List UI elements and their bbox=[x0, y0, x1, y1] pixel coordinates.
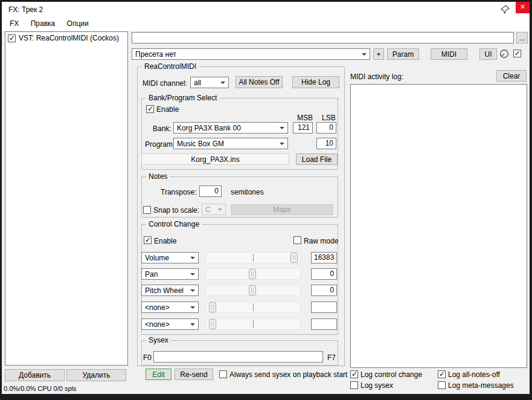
add-fx-button[interactable]: Добавить bbox=[5, 369, 65, 381]
bank-combo[interactable]: Korg PA3X Bank 00 bbox=[173, 122, 288, 134]
chevron-down-icon bbox=[190, 306, 195, 309]
preset-value: Пресета нет bbox=[135, 50, 176, 59]
program-value: Music Box GM bbox=[177, 140, 224, 148]
cc-select-combo[interactable]: Pan bbox=[141, 268, 199, 280]
menu-item-edit[interactable]: Правка bbox=[26, 18, 60, 30]
remove-fx-button[interactable]: Удалить bbox=[66, 369, 126, 381]
slider-handle[interactable] bbox=[249, 269, 256, 279]
cc-value: <none> bbox=[145, 303, 170, 312]
fx-comment-input[interactable] bbox=[132, 32, 514, 44]
raw-mode-checkbox[interactable] bbox=[293, 236, 301, 244]
control-change-title: Control Change bbox=[146, 220, 202, 228]
semitones-label: semitones bbox=[231, 188, 264, 196]
chevron-down-icon bbox=[217, 208, 222, 211]
fx-list-item[interactable]: VST: ReaControlMIDI (Cockos) bbox=[5, 32, 127, 44]
fx-list[interactable]: VST: ReaControlMIDI (Cockos) bbox=[5, 31, 128, 366]
cc-value-field[interactable]: 16383 bbox=[311, 252, 337, 263]
bank-value: Korg PA3X Bank 00 bbox=[177, 124, 241, 132]
midi-button[interactable]: MIDI bbox=[431, 48, 467, 60]
cc-slider[interactable] bbox=[205, 285, 301, 296]
cc-value-field[interactable]: 0 bbox=[311, 268, 337, 280]
cc-slider[interactable] bbox=[205, 252, 301, 263]
slider-handle[interactable] bbox=[249, 285, 256, 295]
cc-value-field[interactable] bbox=[311, 302, 337, 313]
cc-value: <none> bbox=[145, 320, 170, 329]
midi-channel-combo[interactable]: all bbox=[190, 77, 229, 88]
cpu-status: 0.0%/0.0% CPU 0/0 spls bbox=[4, 385, 76, 392]
chevron-down-icon bbox=[190, 257, 195, 259]
close-button[interactable]: × bbox=[516, 2, 530, 13]
cc-slider[interactable] bbox=[205, 302, 301, 313]
snap-to-scale-checkbox[interactable] bbox=[143, 206, 151, 214]
add-preset-button[interactable]: + bbox=[373, 48, 384, 60]
load-file-button[interactable]: Load File bbox=[296, 153, 338, 165]
wet-dry-knob-icon[interactable] bbox=[499, 49, 509, 59]
preset-combo[interactable]: Пресета нет bbox=[132, 48, 370, 60]
cc-select-combo[interactable]: Volume bbox=[141, 252, 199, 263]
cc-slider[interactable] bbox=[205, 318, 301, 330]
bank-msb-field[interactable]: 121 bbox=[293, 122, 313, 134]
fx-enable-checkbox[interactable] bbox=[8, 34, 16, 42]
log-all-notes-off-label: Log all-notes-off bbox=[448, 370, 500, 379]
bank-program-enable-label: Enable bbox=[156, 105, 179, 114]
always-send-sysex-checkbox[interactable] bbox=[219, 370, 227, 378]
fx-item-label: VST: ReaControlMIDI (Cockos) bbox=[19, 34, 119, 42]
param-button[interactable]: Param bbox=[387, 48, 419, 60]
log-control-change-label: Log control change bbox=[361, 370, 422, 379]
scale-root-value: C bbox=[205, 205, 211, 214]
fx-active-checkbox[interactable] bbox=[513, 50, 521, 57]
cc-select-combo[interactable]: <none> bbox=[141, 318, 199, 330]
cc-value-field[interactable]: 0 bbox=[311, 285, 337, 296]
chevron-down-icon bbox=[280, 143, 284, 145]
bank-label: Bank: bbox=[153, 124, 171, 133]
program-combo[interactable]: Music Box GM bbox=[173, 138, 288, 149]
pin-icon[interactable] bbox=[501, 5, 510, 15]
midi-activity-log-area[interactable] bbox=[350, 84, 527, 368]
sysex-field[interactable] bbox=[153, 351, 323, 363]
slider-handle[interactable] bbox=[209, 302, 216, 312]
program-label: Program: bbox=[145, 140, 175, 149]
log-all-notes-off-checkbox[interactable] bbox=[438, 370, 446, 378]
midi-channel-label: MIDI channel: bbox=[143, 79, 187, 88]
ui-button[interactable]: UI bbox=[479, 48, 497, 60]
chevron-down-icon bbox=[220, 82, 225, 84]
menubar: FX Правка Опции bbox=[2, 18, 530, 31]
program-number-field[interactable]: 10 bbox=[316, 138, 336, 149]
cc-value: Pitch Wheel bbox=[145, 286, 184, 295]
sysex-edit-button[interactable]: Edit bbox=[146, 369, 171, 380]
bank-program-enable-checkbox[interactable] bbox=[146, 105, 154, 113]
scale-root-combo[interactable]: C bbox=[202, 204, 226, 215]
midi-activity-log-label: MIDI activity log: bbox=[350, 73, 403, 81]
plugin-group-title: ReaControlMIDI bbox=[142, 62, 199, 71]
transpose-field[interactable]: 0 bbox=[199, 185, 222, 197]
menu-item-fx[interactable]: FX bbox=[5, 18, 24, 30]
hide-log-button[interactable]: Hide Log bbox=[292, 76, 339, 88]
clear-log-button[interactable]: Clear bbox=[496, 70, 527, 82]
always-send-sysex-label: Always send sysex on playback start bbox=[229, 370, 347, 379]
cc-slider[interactable] bbox=[205, 268, 301, 280]
cc-value: Pan bbox=[145, 270, 158, 279]
menu-item-options[interactable]: Опции bbox=[62, 18, 94, 30]
log-sysex-checkbox[interactable] bbox=[350, 381, 358, 389]
msb-label: MSB bbox=[297, 114, 313, 122]
log-meta-messages-checkbox[interactable] bbox=[438, 381, 446, 389]
scale-type-button[interactable]: Major bbox=[231, 204, 333, 215]
slider-handle[interactable] bbox=[290, 253, 298, 263]
log-control-change-checkbox[interactable] bbox=[350, 370, 358, 378]
chevron-down-icon bbox=[190, 289, 195, 292]
bank-lsb-field[interactable]: 0 bbox=[316, 122, 336, 134]
sysex-resend-button[interactable]: Re-send bbox=[175, 369, 213, 380]
cc-enable-checkbox[interactable] bbox=[144, 236, 152, 244]
more-button[interactable]: ... bbox=[516, 32, 528, 44]
cc-value-field[interactable] bbox=[311, 318, 337, 330]
log-meta-messages-label: Log meta-messages bbox=[448, 381, 514, 390]
cc-select-combo[interactable]: <none> bbox=[141, 302, 199, 313]
chevron-down-icon bbox=[280, 127, 284, 129]
slider-handle[interactable] bbox=[209, 319, 216, 329]
all-notes-off-button[interactable]: All Notes Off bbox=[236, 76, 283, 88]
fx-window: FX: Трек 2 × FX Правка Опции VST: ReaCon… bbox=[2, 2, 530, 394]
notes-title: Notes bbox=[146, 172, 170, 181]
f0-label: F0 bbox=[143, 353, 152, 362]
ins-file-display: Korg_PA3X.ins bbox=[141, 153, 289, 165]
cc-select-combo[interactable]: Pitch Wheel bbox=[141, 285, 199, 296]
